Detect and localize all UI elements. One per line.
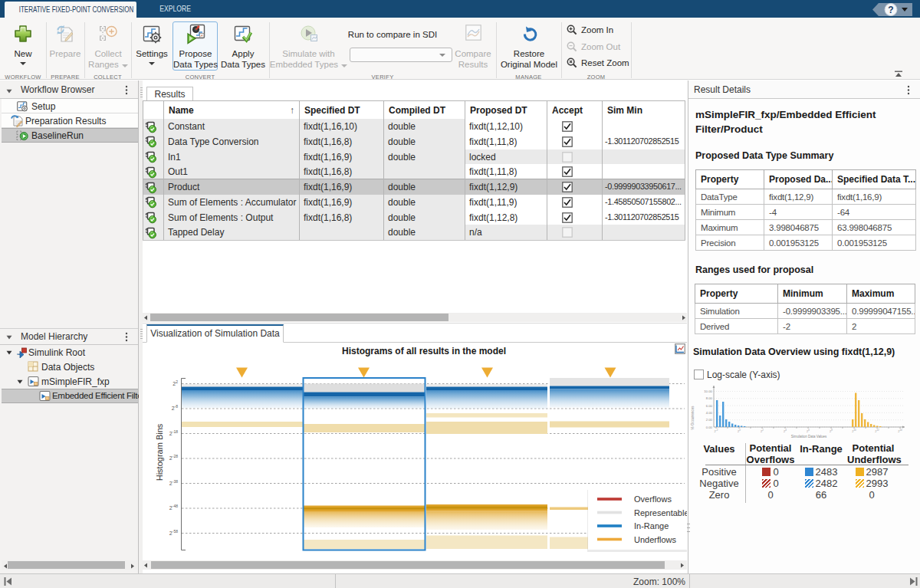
svg-text:22: 22 [761, 429, 764, 433]
svg-text:2-2: 2-2 [715, 429, 718, 433]
svg-text:24: 24 [784, 429, 787, 433]
svg-text:2-8: 2-8 [172, 404, 179, 411]
svg-text:214: 214 [898, 429, 902, 433]
svg-text:28: 28 [830, 429, 833, 433]
svg-text:?: ? [888, 5, 893, 15]
svg-text:8.00: 8.00 [706, 396, 713, 400]
svg-text:22: 22 [172, 379, 178, 386]
svg-text:2-18: 2-18 [169, 429, 178, 436]
svg-text:212: 212 [875, 429, 879, 433]
svg-text:2-38: 2-38 [169, 479, 178, 486]
svg-text:Histogram Bins: Histogram Bins [155, 423, 164, 481]
svg-text:0.00: 0.00 [706, 425, 713, 429]
svg-text:Overflows: Overflows [634, 494, 672, 504]
svg-text:2-48: 2-48 [169, 504, 178, 511]
svg-text:20: 20 [738, 429, 741, 433]
svg-text:Underflows: Underflows [634, 535, 677, 544]
svg-text:In-Range: In-Range [634, 521, 669, 531]
svg-text:10.00: 10.00 [704, 389, 712, 393]
svg-text:2-28: 2-28 [169, 454, 178, 461]
svg-text:Simulation Data Values: Simulation Data Values [791, 435, 827, 439]
svg-text:4.00: 4.00 [706, 411, 713, 415]
svg-text:Representable: Representable [634, 508, 687, 517]
svg-text:2.00: 2.00 [706, 418, 713, 422]
svg-text:2-58: 2-58 [169, 529, 178, 536]
svg-text:26: 26 [807, 429, 810, 433]
svg-text:6.00: 6.00 [706, 404, 713, 408]
svg-text:% Occurrences: % Occurrences [691, 406, 695, 430]
svg-text:210: 210 [852, 429, 856, 433]
